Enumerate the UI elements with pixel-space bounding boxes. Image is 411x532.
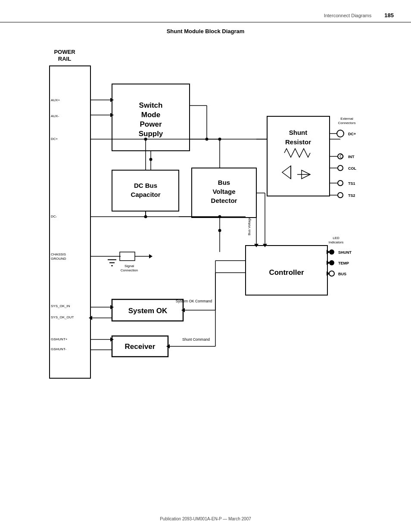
svg-marker-89 [149,254,153,258]
svg-text:Connectors: Connectors [338,121,356,125]
svg-text:LED: LED [333,236,339,240]
svg-text:Receiver: Receiver [125,342,156,351]
svg-text:Capacitor: Capacitor [131,191,160,198]
svg-text:System OK Command: System OK Command [176,299,212,303]
svg-text:Connection: Connection [121,268,138,272]
svg-marker-45 [282,166,291,179]
svg-point-102 [338,193,343,198]
svg-point-136 [206,138,209,141]
svg-point-92 [337,130,344,137]
svg-text:SYS_OK_IN: SYS_OK_IN [51,304,70,308]
svg-text:DC Bus: DC Bus [134,182,157,189]
svg-rect-42 [267,116,330,196]
svg-text:Resistor: Resistor [285,138,311,146]
svg-text:DC+: DC+ [348,132,356,136]
page-footer: Publication 2093-UM001A-EN-P — March 200… [0,516,411,521]
svg-text:COL: COL [348,166,357,171]
svg-text:POWER: POWER [54,49,75,55]
svg-text:GROUND: GROUND [51,257,66,261]
page-header: Interconnect Diagrams 185 [0,12,411,22]
svg-text:Mode: Mode [141,111,160,119]
svg-text:TEMP: TEMP [338,261,349,265]
svg-text:AUX+: AUX+ [51,98,60,102]
svg-text:Supply: Supply [139,130,163,138]
svg-text:Switch: Switch [139,101,163,109]
svg-point-58 [218,229,221,232]
svg-text:Voltage: Voltage [212,188,235,195]
svg-text:Bus: Bus [218,179,230,186]
svg-text:Shunt Command: Shunt Command [182,337,210,342]
svg-text:DC+: DC+ [51,137,58,141]
svg-text:System OK: System OK [128,307,168,315]
svg-marker-115 [327,250,330,254]
svg-text:DC-: DC- [51,215,57,218]
svg-point-100 [338,180,343,186]
svg-text:TS1: TS1 [348,181,355,186]
svg-text:Shunt: Shunt [289,129,308,136]
svg-text:AUX-: AUX- [51,114,59,118]
main-diagram: POWER RAIL AUX+ AUX- DC+ DC- CHASSIS GRO… [26,41,401,416]
svg-text:Detector: Detector [211,197,237,204]
svg-point-128 [149,158,153,161]
svg-point-98 [338,165,343,171]
diagram-title: Shunt Module Block Diagram [0,28,411,34]
svg-text:Indicators: Indicators [329,240,344,244]
svg-rect-2 [50,66,90,378]
svg-text:External: External [340,117,353,121]
page-number: 185 [384,12,394,19]
svg-text:INT: INT [348,155,355,159]
svg-text:Signal: Signal [125,264,134,268]
svg-rect-85 [120,252,135,261]
svg-text:Power: Power [140,120,162,128]
svg-text:CHASSIS: CHASSIS [51,252,66,256]
svg-text:RAIL: RAIL [58,56,71,62]
svg-text:GSHUNT-: GSHUNT- [51,347,66,351]
svg-text:BUS: BUS [338,272,346,276]
svg-text:Controller: Controller [269,268,304,277]
svg-text:GSHUNT+: GSHUNT+ [51,337,68,341]
svg-text:SYS_OK_OUT: SYS_OK_OUT [51,315,74,319]
section-title: Interconnect Diagrams [324,13,372,18]
svg-text:SHUNT: SHUNT [338,250,352,255]
svg-text:TS2: TS2 [348,193,355,198]
svg-text:Bus Voltage: Bus Voltage [247,217,251,235]
